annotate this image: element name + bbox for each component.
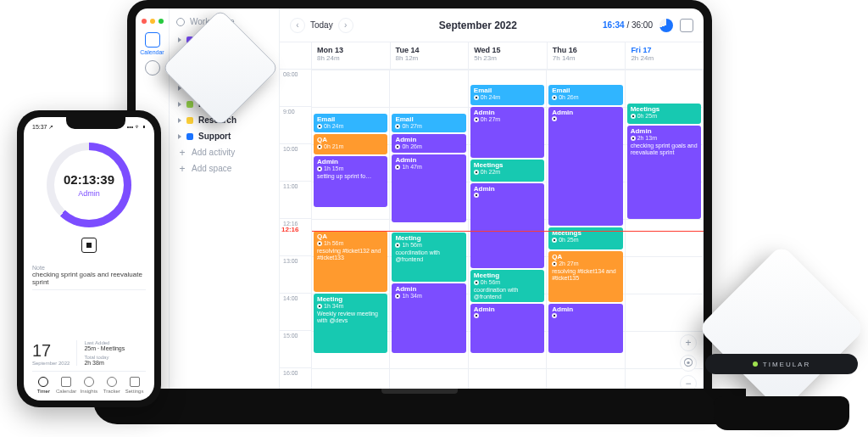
event-title: Admin <box>395 286 462 293</box>
note-label: Note <box>32 265 146 271</box>
chevron-right-icon <box>178 134 181 139</box>
calendar-icon <box>145 32 160 48</box>
stop-button[interactable] <box>81 238 97 253</box>
day-total: 7h 14m <box>553 54 620 62</box>
calendar-grid[interactable]: 08:009:0010:0011:0012:1613:0014:0015:001… <box>280 70 704 399</box>
col-tue[interactable]: Email 0h 27m Admin 0h 26m Admin 1h 47m M… <box>390 70 468 399</box>
max-dot[interactable] <box>159 19 164 24</box>
day-total: 8h 24m <box>317 54 385 62</box>
zoom-fit-button[interactable]: ⦿ <box>680 355 697 372</box>
total-time: 36:00 <box>632 20 653 30</box>
date-nav: ‹ Today › <box>290 18 353 33</box>
prev-button[interactable]: ‹ <box>290 18 305 33</box>
event-duration: 0h 27m <box>474 116 541 122</box>
event-block[interactable]: Admin 1h 34m <box>392 283 465 353</box>
event-block[interactable]: Email 0h 24m <box>470 85 544 105</box>
event-block[interactable]: Email 0h 24m <box>314 114 387 132</box>
event-title: Meetings <box>631 106 698 113</box>
event-title: Admin <box>631 128 698 135</box>
day-label: Fri 17 <box>631 46 698 54</box>
event-note: resolving #ticket134 and #ticket135 <box>552 268 619 281</box>
tab-calendar[interactable]: Calendar <box>55 377 78 394</box>
event-block[interactable]: Admin 0h 26m <box>392 134 465 153</box>
activity-color <box>186 133 193 140</box>
hour-gutter: 08:009:0010:0011:0012:1613:0014:0015:001… <box>280 70 312 399</box>
today-icon[interactable] <box>680 19 693 32</box>
next-button[interactable]: › <box>338 18 353 33</box>
event-note: checking sprint goals and reevaluate spr… <box>631 143 698 155</box>
event-title: Admin <box>474 109 541 116</box>
event-block[interactable]: Admin 2h 13m checking sprint goals and r… <box>627 126 701 219</box>
zoom-in-button[interactable]: + <box>680 334 697 351</box>
event-duration: 0h 25m <box>631 113 698 119</box>
timer-activity: Admin <box>78 189 100 198</box>
event-block[interactable]: Email 0h 26m <box>548 85 622 105</box>
time-counter: 16:34 / 36:00 <box>603 19 693 32</box>
event-duration: 0h 26m <box>552 94 619 100</box>
event-duration <box>552 313 619 318</box>
stop-icon <box>474 313 479 318</box>
day-header[interactable]: Mon 13 8h 24m <box>312 42 391 69</box>
laptop-frame: Calendar Work space Admin Email <box>127 0 712 399</box>
event-block[interactable]: QA 2h 27m resolving #ticket134 and #tick… <box>548 251 622 302</box>
stop-icon <box>474 280 479 285</box>
main-panel: ‹ Today › September 2022 16:34 / 36:00 M… <box>280 8 704 399</box>
gear-icon <box>176 18 185 26</box>
stop-icon <box>86 243 92 248</box>
col-mon[interactable]: Email 0h 24m QA 0h 21m Admin 1h 15m sett… <box>312 70 390 399</box>
activity-support[interactable]: Support <box>176 128 272 144</box>
stop-icon <box>552 313 557 318</box>
event-block[interactable]: Admin <box>470 183 544 268</box>
event-block[interactable]: Admin <box>548 107 622 226</box>
phone-screen: 15:37 ↗ ••• ᯤ ▮ 02:13:39 Admin Note chec… <box>24 117 154 401</box>
event-block[interactable]: QA 1h 56m resolving #ticket132 and #tick… <box>314 231 387 292</box>
add-activity[interactable]: + Add activity <box>176 144 272 160</box>
event-block[interactable]: Admin <box>470 304 544 353</box>
tab-timer[interactable]: Timer <box>32 377 55 394</box>
calendar-icon <box>61 377 71 387</box>
day-header[interactable]: Fri 17 2h 24m <box>626 42 704 69</box>
tab-tracker[interactable]: Tracker <box>100 377 123 394</box>
event-block[interactable]: Meeting 0h 56m coordination with @fronte… <box>470 270 544 302</box>
close-dot[interactable] <box>142 19 147 24</box>
day-header[interactable]: Wed 15 5h 23m <box>469 42 548 69</box>
event-note: Weekly review meeting with @devs <box>317 311 384 323</box>
event-block[interactable]: Admin 0h 27m <box>470 107 544 158</box>
rail-reports[interactable] <box>136 60 169 77</box>
day-label: Thu 16 <box>553 46 620 54</box>
tab-settings[interactable]: Settings <box>123 377 146 394</box>
event-block[interactable]: Admin 1h 47m <box>392 154 465 222</box>
chevron-right-icon <box>178 37 181 42</box>
event-block[interactable]: Meetings 0h 25m <box>627 104 701 124</box>
tracker-base <box>714 396 849 430</box>
note-text[interactable]: checking sprint goals and reevaluate spr… <box>32 271 146 290</box>
today-button[interactable]: Today <box>310 20 333 30</box>
event-duration: 0h 21m <box>317 143 384 149</box>
add-space[interactable]: + Add space <box>176 160 272 176</box>
event-block[interactable]: QA 0h 21m <box>314 134 387 154</box>
now-line <box>312 231 704 232</box>
col-wed[interactable]: Email 0h 24m Admin 0h 27m Meetings 0h 22… <box>469 70 547 399</box>
event-block[interactable]: Meeting 1h 34m Weekly review meeting wit… <box>314 294 387 353</box>
page-title: September 2022 <box>439 20 517 31</box>
day-header[interactable]: Thu 16 7h 14m <box>548 42 626 69</box>
day-headers: Mon 13 8h 24mTue 14 8h 12mWed 15 5h 23mT… <box>280 42 704 70</box>
chevron-right-icon <box>178 102 181 107</box>
event-duration: 0h 26m <box>395 143 462 149</box>
event-block[interactable]: Email 0h 27m <box>392 114 465 132</box>
rail-calendar[interactable]: Calendar <box>136 32 169 55</box>
current-time: 16:34 <box>603 20 625 30</box>
event-duration <box>474 313 541 318</box>
event-duration: 0h 27m <box>395 123 462 129</box>
event-duration: 0h 24m <box>317 123 384 129</box>
event-block[interactable]: Admin 1h 15m setting up sprint fo… <box>314 156 387 207</box>
event-block[interactable]: Meeting 1h 56m coordination with @fronte… <box>392 233 465 282</box>
tab-insights[interactable]: Insights <box>78 377 101 394</box>
phone-footer: 17 September 2022 Last Added 25m · Meeti… <box>32 335 146 366</box>
min-dot[interactable] <box>150 19 155 24</box>
day-label: Mon 13 <box>317 46 385 54</box>
col-thu[interactable]: Email 0h 26m Admin Meetings 0h 25m QA 2h… <box>547 70 625 399</box>
event-block[interactable]: Admin <box>548 304 622 353</box>
day-header[interactable]: Tue 14 8h 12m <box>391 42 470 69</box>
event-block[interactable]: Meetings 0h 22m <box>470 160 544 182</box>
